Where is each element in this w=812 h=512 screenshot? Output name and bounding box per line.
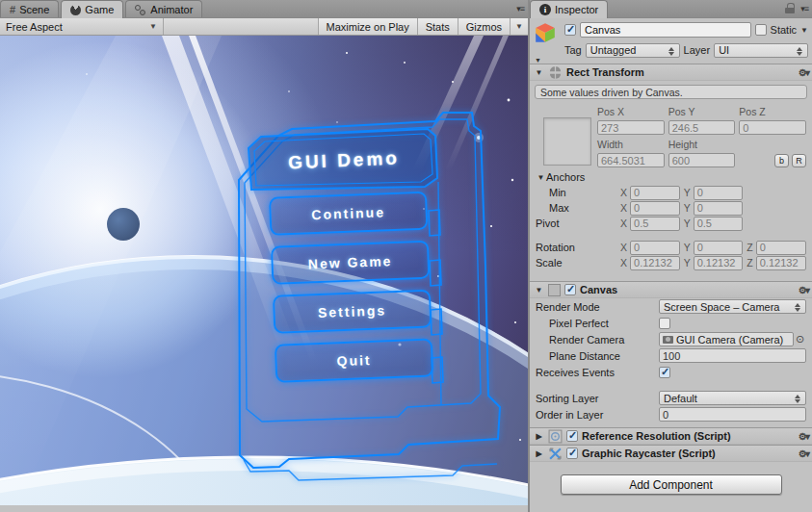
quit-button[interactable]: Quit xyxy=(275,339,433,383)
gear-icon[interactable] xyxy=(799,67,808,78)
pos-x-field[interactable]: 273 xyxy=(597,120,665,135)
graphic-raycaster-title: Graphic Raycaster (Script) xyxy=(582,448,716,459)
popup-arrows-icon xyxy=(795,395,801,403)
receives-events-row: Receives Events xyxy=(530,364,812,380)
toolbar-buttons: Maximize on Play Stats Gizmos ▼ xyxy=(318,18,528,35)
graphic-raycaster-header[interactable]: ▶ Graphic Raycaster (Script) xyxy=(530,445,812,462)
anchors-label: Anchors xyxy=(546,171,585,183)
render-mode-dropdown[interactable]: Screen Space – Camera xyxy=(659,299,806,314)
pos-z-field[interactable]: 0 xyxy=(739,120,806,135)
pos-z-label: Pos Z xyxy=(739,106,806,117)
render-camera-field[interactable]: GUI Camera (Camera) xyxy=(659,332,794,346)
tag-value: Untagged xyxy=(590,44,637,56)
settings-button[interactable]: Settings xyxy=(273,290,432,334)
anchor-max-y-field[interactable]: 0 xyxy=(694,201,744,216)
scale-z-field[interactable]: 0.12132 xyxy=(756,256,806,270)
unity-editor-window: # Scene Game Animator Free Aspect ▼ Maxi… xyxy=(0,0,812,512)
anchor-preview-box[interactable] xyxy=(543,117,591,166)
rotation-z-field[interactable]: 0 xyxy=(756,241,806,255)
camera-icon xyxy=(663,336,673,344)
layer-dropdown[interactable]: UI xyxy=(714,43,808,58)
aspect-label: Free Aspect xyxy=(6,21,63,33)
tab-scene[interactable]: # Scene xyxy=(0,0,59,17)
width-field[interactable]: 664.5031 xyxy=(597,153,665,167)
gear-icon[interactable] xyxy=(799,431,808,442)
maximize-on-play-button[interactable]: Maximize on Play xyxy=(318,18,417,35)
plane-distance-field[interactable]: 100 xyxy=(659,348,806,363)
animator-icon xyxy=(135,4,146,15)
left-tabbar: # Scene Game Animator xyxy=(0,0,528,18)
gizmos-button[interactable]: Gizmos xyxy=(458,18,510,35)
canvas-title: Canvas xyxy=(580,284,617,295)
gameobject-icon[interactable]: ▼ xyxy=(534,21,561,62)
raw-edit-mode-button[interactable]: R xyxy=(792,154,806,167)
scale-x-field[interactable]: 0.12132 xyxy=(630,256,680,270)
aspect-dropdown[interactable]: Free Aspect ▼ xyxy=(0,18,164,35)
object-picker-icon[interactable] xyxy=(796,334,806,345)
gizmos-dropdown-arrow[interactable]: ▼ xyxy=(510,18,528,35)
scale-y-field[interactable]: 0.12132 xyxy=(694,256,744,270)
tab-game[interactable]: Game xyxy=(61,0,123,18)
reference-resolution-enabled-checkbox[interactable] xyxy=(566,430,578,442)
pivot-y-field[interactable]: 0.5 xyxy=(694,217,744,231)
sorting-layer-row: Sorting Layer Default xyxy=(530,390,812,406)
new-game-button[interactable]: New Game xyxy=(271,241,430,285)
lock-icon[interactable] xyxy=(785,3,795,13)
receives-events-checkbox[interactable] xyxy=(659,367,670,378)
foldout-open-icon[interactable]: ▼ xyxy=(534,68,544,77)
continue-button[interactable]: Continue xyxy=(269,192,428,236)
tab-animator-label: Animator xyxy=(150,4,193,15)
panel-menu-icon[interactable] xyxy=(516,4,524,13)
add-component-button[interactable]: Add Component xyxy=(561,474,782,495)
driven-values-warning: Some values driven by Canvas. xyxy=(535,85,807,99)
popup-arrows-icon xyxy=(797,47,803,56)
anchor-min-x-field[interactable]: 0 xyxy=(630,186,680,200)
static-dropdown-arrow[interactable]: ▼ xyxy=(800,26,808,35)
rect-transform-header[interactable]: ▼ Rect Transform xyxy=(530,64,812,81)
anchor-min-y-field[interactable]: 0 xyxy=(694,186,744,200)
rect-transform-body: Pos X Pos Y Pos Z 273 246.5 0 Width Heig… xyxy=(530,102,812,169)
layer-label: Layer xyxy=(684,44,711,56)
height-field[interactable]: 600 xyxy=(668,153,736,167)
foldout-closed-icon[interactable]: ▶ xyxy=(534,449,544,458)
canvas-enabled-checkbox[interactable] xyxy=(564,284,576,295)
foldout-open-icon[interactable]: ▼ xyxy=(536,173,546,182)
info-icon: i xyxy=(539,4,551,15)
stats-label: Stats xyxy=(426,21,450,33)
pixel-perfect-checkbox[interactable] xyxy=(659,318,670,329)
foldout-open-icon[interactable]: ▼ xyxy=(534,286,544,294)
blueprint-mode-button[interactable]: b xyxy=(774,154,789,167)
canvas-component-header[interactable]: ▼ Canvas xyxy=(530,281,812,298)
pivot-x-field[interactable]: 0.5 xyxy=(630,217,680,231)
scene-icon: # xyxy=(10,4,15,15)
foldout-closed-icon[interactable]: ▶ xyxy=(534,432,544,441)
anchors-max-row: Max X0 Y0 xyxy=(530,200,812,216)
tab-animator[interactable]: Animator xyxy=(125,0,202,17)
gear-icon[interactable] xyxy=(799,285,808,295)
anchors-foldout[interactable]: ▼ Anchors xyxy=(530,169,812,185)
active-checkbox[interactable] xyxy=(564,24,576,36)
order-in-layer-field[interactable]: 0 xyxy=(659,407,806,422)
tag-dropdown[interactable]: Untagged xyxy=(586,43,680,58)
render-mode-row: Render Mode Screen Space – Camera xyxy=(530,298,812,315)
pos-y-label: Pos Y xyxy=(668,106,736,117)
menu-buttons: Continue New Game Settings Quit xyxy=(267,191,438,393)
tag-label: Tag xyxy=(564,44,582,56)
static-checkbox[interactable] xyxy=(755,24,767,36)
tab-inspector-label: Inspector xyxy=(555,4,598,15)
receives-events-label: Receives Events xyxy=(536,367,659,378)
pos-y-field[interactable]: 246.5 xyxy=(668,120,736,135)
stats-button[interactable]: Stats xyxy=(417,18,458,35)
inspector-menu-icon[interactable] xyxy=(800,4,808,13)
sorting-layer-dropdown[interactable]: Default xyxy=(659,391,806,405)
tab-inspector[interactable]: i Inspector xyxy=(530,0,608,18)
gear-icon[interactable] xyxy=(799,448,808,459)
graphic-raycaster-enabled-checkbox[interactable] xyxy=(566,448,578,459)
plane-distance-row: Plane Distance 100 xyxy=(530,347,812,364)
anchor-max-x-field[interactable]: 0 xyxy=(630,201,680,216)
reference-resolution-header[interactable]: ▶ Reference Resolution (Script) xyxy=(530,427,812,445)
inspector-pane: i Inspector ▼ xyxy=(530,0,812,512)
name-input[interactable] xyxy=(580,22,751,38)
rotation-x-field[interactable]: 0 xyxy=(630,241,680,255)
rotation-y-field[interactable]: 0 xyxy=(694,241,744,255)
